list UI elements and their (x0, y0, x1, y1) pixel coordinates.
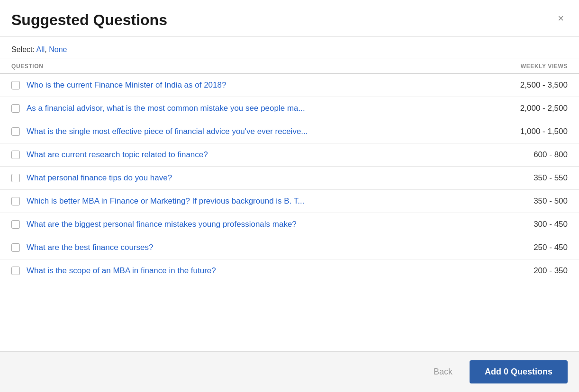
question-views: 2,000 - 2,500 (501, 104, 568, 113)
question-item: What personal finance tips do you have?3… (0, 167, 579, 190)
column-views-header: WEEKLY VIEWS (521, 63, 568, 70)
comma-separator: , (45, 45, 46, 53)
question-checkbox-7[interactable] (11, 243, 20, 252)
question-text[interactable]: What is the single most effective piece … (27, 127, 308, 136)
question-items: Who is the current Finance Minister of I… (0, 74, 579, 282)
question-views: 600 - 800 (501, 150, 568, 160)
modal-dialog: Suggested Questions × Select: All, None … (0, 0, 579, 392)
select-none-link[interactable]: None (49, 45, 67, 53)
question-checkbox-3[interactable] (11, 151, 20, 159)
question-item: As a financial advisor, what is the most… (0, 97, 579, 120)
question-item: Which is better MBA in Finance or Market… (0, 190, 579, 213)
questions-list[interactable]: Who is the current Finance Minister of I… (0, 74, 579, 282)
question-views: 350 - 500 (501, 196, 568, 206)
question-views: 2,500 - 3,500 (501, 80, 568, 90)
question-views: 200 - 350 (501, 266, 568, 276)
question-left: What are current research topic related … (11, 150, 492, 160)
question-left: As a financial advisor, what is the most… (11, 104, 492, 113)
question-left: Who is the current Finance Minister of I… (11, 80, 492, 90)
modal-body: Select: All, None QUESTION WEEKLY VIEWS … (0, 37, 579, 351)
modal-header: Suggested Questions × (0, 0, 579, 37)
back-button[interactable]: Back (426, 363, 460, 381)
question-text[interactable]: Which is better MBA in Finance or Market… (27, 196, 304, 206)
question-text[interactable]: What are the biggest personal finance mi… (27, 220, 297, 229)
question-item: What is the scope of an MBA in finance i… (0, 259, 579, 282)
question-checkbox-5[interactable] (11, 197, 20, 205)
question-left: What personal finance tips do you have? (11, 173, 492, 183)
modal-footer: Back Add 0 Questions (0, 351, 579, 392)
question-left: What is the scope of an MBA in finance i… (11, 266, 492, 276)
question-item: What are the biggest personal finance mi… (0, 213, 579, 236)
question-item: Who is the current Finance Minister of I… (0, 74, 579, 97)
add-questions-button[interactable]: Add 0 Questions (470, 360, 568, 383)
select-label: Select: (11, 45, 35, 53)
question-text[interactable]: What are current research topic related … (27, 150, 208, 160)
question-text[interactable]: What personal finance tips do you have? (27, 173, 172, 183)
question-checkbox-2[interactable] (11, 127, 20, 136)
question-item: What is the single most effective piece … (0, 120, 579, 143)
question-text[interactable]: Who is the current Finance Minister of I… (27, 80, 226, 90)
question-left: What are the biggest personal finance mi… (11, 220, 492, 229)
question-views: 1,000 - 1,500 (501, 127, 568, 136)
table-wrapper: Who is the current Finance Minister of I… (0, 74, 579, 351)
question-left: What are the best finance courses? (11, 243, 492, 252)
question-text[interactable]: What are the best finance courses? (27, 243, 153, 252)
question-checkbox-1[interactable] (11, 104, 20, 113)
close-button[interactable]: × (554, 11, 568, 26)
question-views: 250 - 450 (501, 243, 568, 252)
question-checkbox-6[interactable] (11, 220, 20, 229)
question-checkbox-4[interactable] (11, 174, 20, 182)
question-checkbox-8[interactable] (11, 267, 20, 275)
question-views: 300 - 450 (501, 220, 568, 229)
question-left: Which is better MBA in Finance or Market… (11, 196, 492, 206)
question-checkbox-0[interactable] (11, 81, 20, 89)
select-all-link[interactable]: All (36, 45, 45, 53)
question-item: What are the best finance courses?250 - … (0, 236, 579, 259)
column-question-header: QUESTION (11, 63, 43, 70)
question-left: What is the single most effective piece … (11, 127, 492, 136)
select-row: Select: All, None (0, 37, 579, 59)
question-views: 350 - 550 (501, 173, 568, 183)
question-text[interactable]: As a financial advisor, what is the most… (27, 104, 305, 113)
table-header: QUESTION WEEKLY VIEWS (0, 59, 579, 74)
question-item: What are current research topic related … (0, 143, 579, 167)
question-text[interactable]: What is the scope of an MBA in finance i… (27, 266, 216, 276)
modal-title: Suggested Questions (11, 11, 167, 29)
